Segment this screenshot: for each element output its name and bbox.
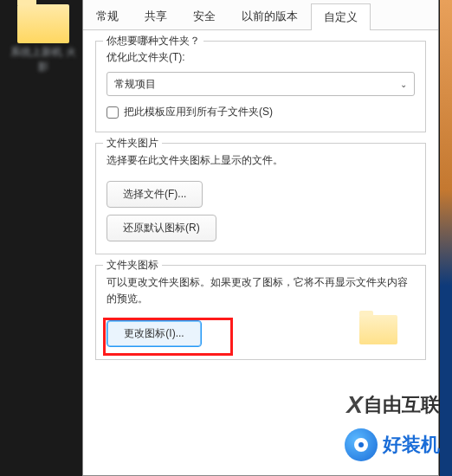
background-edge [440, 0, 452, 476]
tab-strip: 常规 共享 安全 以前的版本 自定义 [83, 0, 438, 30]
chevron-down-icon: ⌄ [400, 80, 407, 89]
tab-security[interactable]: 安全 [180, 3, 229, 29]
watermark-text-1: 自由互联 [364, 392, 440, 418]
apply-subfolders-label: 把此模板应用到所有子文件夹(S) [124, 105, 273, 119]
folder-icon-group: 文件夹图标 可以更改文件夹图标。如果更改了图标，它将不再显示文件夹内容的预览。 … [95, 265, 426, 359]
folder-type-group: 你想要哪种文件夹？ 优化此文件夹(T): 常规项目 ⌄ 把此模板应用到所有子文件… [95, 41, 426, 132]
watermark-text-2: 好装机 [383, 432, 440, 458]
folder-type-legend: 你想要哪种文件夹？ [103, 34, 203, 48]
folder-icon-desc: 可以更改文件夹图标。如果更改了图标，它将不再显示文件夹内容的预览。 [107, 274, 415, 307]
desktop-area: 系统上新机 火影 [0, 0, 87, 476]
tab-customize[interactable]: 自定义 [311, 3, 371, 30]
tab-general[interactable]: 常规 [83, 3, 132, 29]
apply-subfolders-checkbox[interactable] [107, 106, 119, 119]
folder-picture-desc: 选择要在此文件夹图标上显示的文件。 [107, 152, 415, 169]
folder-icon-legend: 文件夹图标 [103, 258, 162, 273]
restore-default-button[interactable]: 还原默认图标(R) [107, 215, 216, 241]
folder-picture-group: 文件夹图片 选择要在此文件夹图标上显示的文件。 选择文件(F)... 还原默认图… [95, 143, 426, 254]
optimize-label: 优化此文件夹(T): [107, 50, 415, 65]
watermark-haozhuangji: 好装机 [345, 428, 440, 461]
optimize-select[interactable]: 常规项目 ⌄ [107, 72, 415, 96]
change-icon-button[interactable]: 更改图标(I)... [107, 320, 202, 347]
folder-preview-icon [359, 315, 397, 344]
folder-icon[interactable] [17, 4, 69, 43]
watermark-x-icon: X [346, 391, 360, 419]
folder-label: 系统上新机 火影 [9, 45, 78, 74]
optimize-select-value: 常规项目 [114, 77, 156, 92]
watermark-circle-icon [345, 428, 378, 461]
folder-picture-legend: 文件夹图片 [103, 136, 162, 151]
apply-subfolders-row[interactable]: 把此模板应用到所有子文件夹(S) [107, 105, 415, 119]
tab-previous-versions[interactable]: 以前的版本 [229, 3, 311, 29]
tab-sharing[interactable]: 共享 [132, 3, 180, 29]
watermark-ziyouhulian: X 自由互联 [346, 391, 440, 419]
choose-file-button[interactable]: 选择文件(F)... [107, 181, 203, 208]
